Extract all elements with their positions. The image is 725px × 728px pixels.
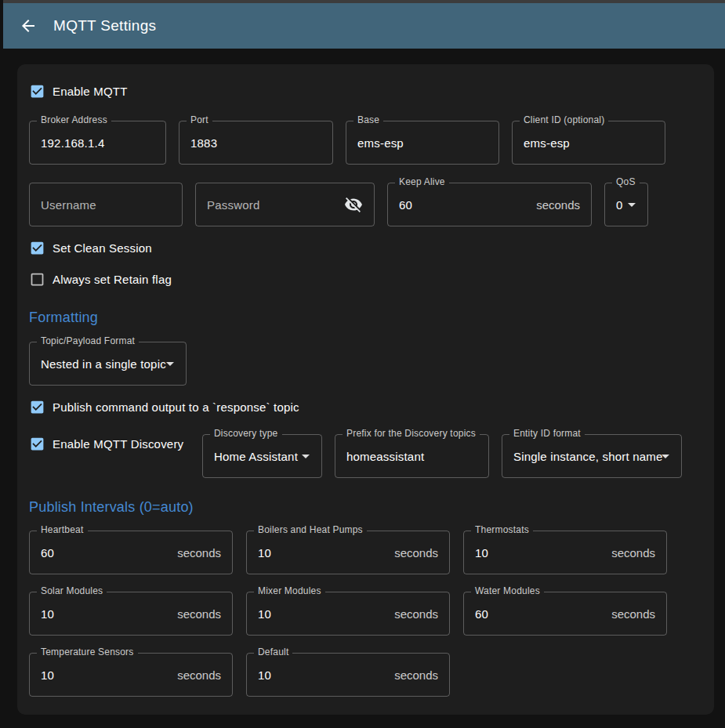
- mixer-interval-field[interactable]: Mixer Modules 10 seconds: [246, 592, 450, 636]
- client-id-label: Client ID (optional): [520, 114, 608, 125]
- heartbeat-label: Heartbeat: [37, 524, 88, 535]
- base-value: ems-esp: [357, 136, 404, 150]
- discovery-prefix-label: Prefix for the Discovery topics: [343, 428, 480, 439]
- clean-session-checkbox[interactable]: [29, 240, 45, 256]
- entity-id-format-value: Single instance, short name: [513, 450, 663, 463]
- entity-id-format-select[interactable]: Entity ID format Single instance, short …: [502, 434, 682, 478]
- publish-response-row: Publish command output to a `response` t…: [29, 399, 702, 415]
- heartbeat-interval-field[interactable]: Heartbeat 60 seconds: [29, 531, 233, 574]
- app-bar: MQTT Settings: [3, 3, 725, 49]
- chevron-down-icon: [161, 354, 179, 373]
- topic-format-row: Topic/Payload Format Nested in a single …: [29, 342, 702, 386]
- temperature-value: 10: [41, 668, 54, 682]
- water-interval-field[interactable]: Water Modules 60 seconds: [463, 592, 667, 636]
- heartbeat-unit: seconds: [177, 546, 221, 560]
- entity-id-format-label: Entity ID format: [509, 428, 585, 439]
- publish-response-checkbox[interactable]: [29, 399, 45, 415]
- enable-discovery-label: Enable MQTT Discovery: [53, 437, 183, 451]
- thermostats-label: Thermostats: [471, 524, 533, 535]
- topic-format-label: Topic/Payload Format: [37, 335, 139, 346]
- broker-fields-row: Broker Address 192.168.1.4 Port 1883 Bas…: [29, 121, 702, 165]
- keep-alive-unit: seconds: [536, 198, 580, 212]
- broker-address-field[interactable]: Broker Address 192.168.1.4: [29, 121, 166, 165]
- default-label: Default: [254, 647, 292, 657]
- qos-select[interactable]: QoS 0: [604, 183, 648, 226]
- keep-alive-value: 60: [399, 198, 412, 212]
- keep-alive-field[interactable]: Keep Alive 60 seconds: [387, 183, 592, 226]
- mixer-label: Mixer Modules: [254, 585, 325, 596]
- water-unit: seconds: [611, 607, 655, 621]
- water-label: Water Modules: [471, 585, 544, 596]
- checkbox-checked-icon: [29, 436, 45, 452]
- temperature-label: Temperature Sensors: [37, 647, 138, 657]
- retain-flag-checkbox[interactable]: [29, 271, 45, 288]
- checkbox-unchecked-icon: [29, 271, 45, 288]
- chevron-down-icon: [656, 447, 675, 465]
- retain-flag-label: Always set Retain flag: [53, 273, 172, 286]
- solar-interval-field[interactable]: Solar Modules 10 seconds: [29, 592, 233, 636]
- boilers-unit: seconds: [394, 546, 438, 560]
- qos-label: QoS: [612, 176, 640, 187]
- intervals-grid: Heartbeat 60 seconds Boilers and Heat Pu…: [29, 531, 702, 697]
- boilers-interval-field[interactable]: Boilers and Heat Pumps 10 seconds: [246, 531, 450, 574]
- water-value: 60: [475, 607, 488, 621]
- enable-mqtt-row: Enable MQTT: [29, 83, 702, 99]
- chevron-down-icon: [296, 447, 315, 465]
- retain-flag-row: Always set Retain flag: [29, 271, 702, 287]
- username-field[interactable]: Username: [29, 183, 183, 226]
- broker-address-value: 192.168.1.4: [41, 136, 104, 150]
- formatting-heading: Formatting: [29, 310, 702, 326]
- client-id-value: ems-esp: [524, 136, 570, 150]
- port-value: 1883: [190, 136, 217, 150]
- password-placeholder: Password: [207, 198, 259, 212]
- discovery-prefix-value: homeassistant: [346, 450, 424, 463]
- boilers-label: Boilers and Heat Pumps: [254, 524, 367, 535]
- password-field[interactable]: Password: [195, 183, 375, 226]
- topic-format-value: Nested in a single topic: [41, 357, 166, 371]
- enable-discovery-row: Enable MQTT Discovery: [29, 436, 202, 451]
- username-placeholder: Username: [41, 198, 96, 212]
- topic-format-select[interactable]: Topic/Payload Format Nested in a single …: [29, 342, 187, 386]
- back-arrow-icon[interactable]: [19, 16, 38, 35]
- default-value: 10: [258, 668, 271, 682]
- chevron-down-icon: [622, 195, 641, 214]
- credentials-row: Username Password Keep Alive 60 seconds …: [29, 183, 702, 226]
- base-label: Base: [353, 114, 383, 125]
- discovery-type-label: Discovery type: [210, 428, 282, 439]
- page-title: MQTT Settings: [53, 17, 156, 34]
- broker-address-label: Broker Address: [37, 114, 111, 125]
- default-interval-field[interactable]: Default 10 seconds: [246, 653, 450, 697]
- solar-label: Solar Modules: [37, 585, 107, 596]
- clean-session-label: Set Clean Session: [53, 241, 152, 255]
- thermostats-value: 10: [475, 546, 488, 560]
- heartbeat-value: 60: [41, 546, 54, 560]
- clean-session-row: Set Clean Session: [29, 240, 702, 255]
- publish-intervals-heading: Publish Intervals (0=auto): [29, 499, 702, 516]
- enable-mqtt-label: Enable MQTT: [53, 85, 128, 98]
- port-field[interactable]: Port 1883: [179, 121, 333, 165]
- mixer-value: 10: [258, 607, 271, 621]
- visibility-off-icon[interactable]: [344, 195, 363, 214]
- port-label: Port: [187, 114, 212, 125]
- checkbox-checked-icon: [29, 83, 45, 100]
- solar-value: 10: [41, 607, 54, 621]
- keep-alive-label: Keep Alive: [395, 176, 449, 187]
- default-unit: seconds: [394, 668, 438, 682]
- discovery-fields: Discovery type Home Assistant Prefix for…: [202, 429, 682, 478]
- base-field[interactable]: Base ems-esp: [346, 121, 499, 165]
- temperature-interval-field[interactable]: Temperature Sensors 10 seconds: [29, 653, 233, 697]
- discovery-type-value: Home Assistant: [214, 450, 298, 463]
- checkbox-checked-icon: [29, 399, 45, 415]
- enable-mqtt-checkbox[interactable]: [29, 83, 45, 100]
- discovery-prefix-field[interactable]: Prefix for the Discovery topics homeassi…: [335, 434, 489, 478]
- client-id-field[interactable]: Client ID (optional) ems-esp: [512, 121, 665, 165]
- thermostats-interval-field[interactable]: Thermostats 10 seconds: [463, 531, 667, 574]
- publish-response-label: Publish command output to a `response` t…: [53, 400, 299, 414]
- discovery-type-select[interactable]: Discovery type Home Assistant: [202, 434, 322, 478]
- thermostats-unit: seconds: [611, 546, 655, 560]
- boilers-value: 10: [258, 546, 271, 560]
- checkbox-checked-icon: [29, 240, 45, 256]
- temperature-unit: seconds: [177, 668, 221, 682]
- enable-discovery-checkbox[interactable]: [29, 436, 45, 452]
- settings-card: Enable MQTT Broker Address 192.168.1.4 P…: [17, 64, 714, 715]
